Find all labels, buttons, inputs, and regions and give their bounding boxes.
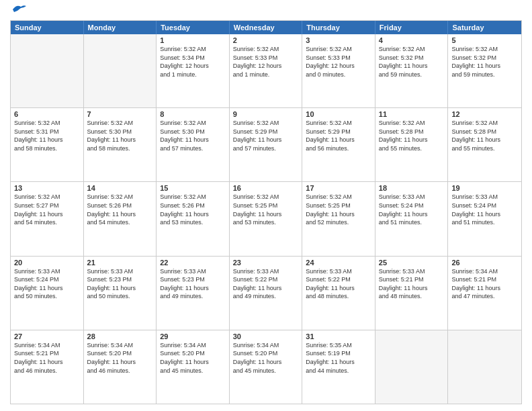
calendar-cell: 1Sunrise: 5:32 AM Sunset: 5:34 PM Daylig… xyxy=(157,34,230,107)
day-number: 2 xyxy=(233,36,299,44)
day-number: 28 xyxy=(87,332,153,340)
day-info: Sunrise: 5:32 AM Sunset: 5:28 PM Dayligh… xyxy=(379,119,445,152)
calendar-cell xyxy=(84,34,157,107)
logo-bird-icon xyxy=(11,4,26,15)
calendar-cell: 15Sunrise: 5:32 AM Sunset: 5:26 PM Dayli… xyxy=(157,182,230,255)
calendar: SundayMondayTuesdayWednesdayThursdayFrid… xyxy=(10,20,522,404)
calendar-cell: 28Sunrise: 5:34 AM Sunset: 5:20 PM Dayli… xyxy=(84,330,157,404)
day-number: 18 xyxy=(379,184,445,192)
day-info: Sunrise: 5:32 AM Sunset: 5:33 PM Dayligh… xyxy=(233,45,299,79)
calendar-cell: 24Sunrise: 5:33 AM Sunset: 5:22 PM Dayli… xyxy=(302,257,375,330)
day-info: Sunrise: 5:34 AM Sunset: 5:20 PM Dayligh… xyxy=(233,341,299,375)
calendar-cell: 13Sunrise: 5:32 AM Sunset: 5:27 PM Dayli… xyxy=(11,182,84,255)
day-number: 21 xyxy=(87,259,153,267)
day-info: Sunrise: 5:32 AM Sunset: 5:32 PM Dayligh… xyxy=(451,45,518,79)
day-number: 12 xyxy=(451,110,518,118)
calendar-row-5: 27Sunrise: 5:34 AM Sunset: 5:21 PM Dayli… xyxy=(11,330,521,404)
day-info: Sunrise: 5:32 AM Sunset: 5:28 PM Dayligh… xyxy=(451,119,518,152)
calendar-header: SundayMondayTuesdayWednesdayThursdayFrid… xyxy=(11,21,521,34)
day-number: 1 xyxy=(160,36,226,44)
day-number: 24 xyxy=(306,259,371,267)
day-number: 8 xyxy=(160,110,226,118)
day-info: Sunrise: 5:33 AM Sunset: 5:24 PM Dayligh… xyxy=(379,193,445,226)
day-number: 20 xyxy=(14,259,80,267)
calendar-cell: 29Sunrise: 5:34 AM Sunset: 5:20 PM Dayli… xyxy=(157,330,230,404)
day-number: 13 xyxy=(14,184,80,192)
calendar-cell: 27Sunrise: 5:34 AM Sunset: 5:21 PM Dayli… xyxy=(11,330,84,404)
calendar-cell: 26Sunrise: 5:34 AM Sunset: 5:21 PM Dayli… xyxy=(448,257,521,330)
day-info: Sunrise: 5:32 AM Sunset: 5:34 PM Dayligh… xyxy=(160,45,226,79)
weekday-header-sunday: Sunday xyxy=(11,21,84,34)
calendar-cell: 5Sunrise: 5:32 AM Sunset: 5:32 PM Daylig… xyxy=(448,34,521,107)
page: SundayMondayTuesdayWednesdayThursdayFrid… xyxy=(0,0,532,411)
calendar-cell: 14Sunrise: 5:32 AM Sunset: 5:26 PM Dayli… xyxy=(84,182,157,255)
calendar-cell: 22Sunrise: 5:33 AM Sunset: 5:23 PM Dayli… xyxy=(157,257,230,330)
calendar-cell: 19Sunrise: 5:33 AM Sunset: 5:24 PM Dayli… xyxy=(448,182,521,255)
day-number: 6 xyxy=(14,110,80,118)
day-number: 31 xyxy=(306,332,371,340)
calendar-row-1: 1Sunrise: 5:32 AM Sunset: 5:34 PM Daylig… xyxy=(11,34,521,107)
day-info: Sunrise: 5:32 AM Sunset: 5:26 PM Dayligh… xyxy=(160,193,226,226)
day-number: 17 xyxy=(306,184,371,192)
weekday-header-tuesday: Tuesday xyxy=(157,21,230,34)
calendar-cell: 10Sunrise: 5:32 AM Sunset: 5:29 PM Dayli… xyxy=(302,108,375,181)
weekday-header-friday: Friday xyxy=(375,21,449,34)
calendar-row-2: 6Sunrise: 5:32 AM Sunset: 5:31 PM Daylig… xyxy=(11,107,521,181)
day-info: Sunrise: 5:32 AM Sunset: 5:27 PM Dayligh… xyxy=(14,193,80,226)
calendar-row-3: 13Sunrise: 5:32 AM Sunset: 5:27 PM Dayli… xyxy=(11,181,521,255)
day-number: 9 xyxy=(233,110,299,118)
day-number: 16 xyxy=(233,184,299,192)
weekday-header-saturday: Saturday xyxy=(448,21,521,34)
calendar-cell xyxy=(375,330,449,404)
day-info: Sunrise: 5:33 AM Sunset: 5:23 PM Dayligh… xyxy=(87,267,153,301)
day-info: Sunrise: 5:33 AM Sunset: 5:21 PM Dayligh… xyxy=(379,267,445,301)
calendar-body: 1Sunrise: 5:32 AM Sunset: 5:34 PM Daylig… xyxy=(11,34,521,404)
calendar-cell: 6Sunrise: 5:32 AM Sunset: 5:31 PM Daylig… xyxy=(11,108,84,181)
calendar-cell: 11Sunrise: 5:32 AM Sunset: 5:28 PM Dayli… xyxy=(375,108,449,181)
day-number: 4 xyxy=(379,36,445,44)
calendar-cell: 20Sunrise: 5:33 AM Sunset: 5:24 PM Dayli… xyxy=(11,257,84,330)
day-number: 26 xyxy=(451,259,518,267)
calendar-cell: 18Sunrise: 5:33 AM Sunset: 5:24 PM Dayli… xyxy=(375,182,449,255)
day-info: Sunrise: 5:32 AM Sunset: 5:30 PM Dayligh… xyxy=(87,119,153,152)
day-info: Sunrise: 5:33 AM Sunset: 5:22 PM Dayligh… xyxy=(233,267,299,301)
calendar-cell xyxy=(11,34,84,107)
calendar-cell: 2Sunrise: 5:32 AM Sunset: 5:33 PM Daylig… xyxy=(230,34,303,107)
day-number: 27 xyxy=(14,332,80,340)
day-info: Sunrise: 5:32 AM Sunset: 5:30 PM Dayligh… xyxy=(160,119,226,152)
calendar-row-4: 20Sunrise: 5:33 AM Sunset: 5:24 PM Dayli… xyxy=(11,256,521,330)
day-info: Sunrise: 5:32 AM Sunset: 5:29 PM Dayligh… xyxy=(306,119,371,152)
day-info: Sunrise: 5:34 AM Sunset: 5:20 PM Dayligh… xyxy=(87,341,153,375)
logo xyxy=(10,7,26,15)
day-info: Sunrise: 5:33 AM Sunset: 5:24 PM Dayligh… xyxy=(14,267,80,301)
calendar-cell: 9Sunrise: 5:32 AM Sunset: 5:29 PM Daylig… xyxy=(230,108,303,181)
weekday-header-thursday: Thursday xyxy=(302,21,375,34)
day-info: Sunrise: 5:34 AM Sunset: 5:20 PM Dayligh… xyxy=(160,341,226,375)
calendar-cell: 30Sunrise: 5:34 AM Sunset: 5:20 PM Dayli… xyxy=(230,330,303,404)
day-info: Sunrise: 5:32 AM Sunset: 5:25 PM Dayligh… xyxy=(306,193,371,226)
day-info: Sunrise: 5:34 AM Sunset: 5:21 PM Dayligh… xyxy=(451,267,518,301)
day-number: 11 xyxy=(379,110,445,118)
day-info: Sunrise: 5:32 AM Sunset: 5:31 PM Dayligh… xyxy=(14,119,80,152)
day-number: 7 xyxy=(87,110,153,118)
day-number: 23 xyxy=(233,259,299,267)
calendar-cell: 17Sunrise: 5:32 AM Sunset: 5:25 PM Dayli… xyxy=(302,182,375,255)
day-number: 15 xyxy=(160,184,226,192)
calendar-cell: 4Sunrise: 5:32 AM Sunset: 5:32 PM Daylig… xyxy=(375,34,449,107)
calendar-cell: 31Sunrise: 5:35 AM Sunset: 5:19 PM Dayli… xyxy=(302,330,375,404)
calendar-cell: 12Sunrise: 5:32 AM Sunset: 5:28 PM Dayli… xyxy=(448,108,521,181)
day-info: Sunrise: 5:32 AM Sunset: 5:25 PM Dayligh… xyxy=(233,193,299,226)
day-number: 5 xyxy=(451,36,518,44)
day-number: 29 xyxy=(160,332,226,340)
calendar-cell: 16Sunrise: 5:32 AM Sunset: 5:25 PM Dayli… xyxy=(230,182,303,255)
calendar-cell: 8Sunrise: 5:32 AM Sunset: 5:30 PM Daylig… xyxy=(157,108,230,181)
day-info: Sunrise: 5:32 AM Sunset: 5:33 PM Dayligh… xyxy=(306,45,371,79)
day-info: Sunrise: 5:33 AM Sunset: 5:24 PM Dayligh… xyxy=(451,193,518,226)
day-number: 19 xyxy=(451,184,518,192)
day-info: Sunrise: 5:32 AM Sunset: 5:26 PM Dayligh… xyxy=(87,193,153,226)
calendar-cell: 25Sunrise: 5:33 AM Sunset: 5:21 PM Dayli… xyxy=(375,257,449,330)
day-info: Sunrise: 5:33 AM Sunset: 5:23 PM Dayligh… xyxy=(160,267,226,301)
calendar-cell xyxy=(448,330,521,404)
calendar-cell: 21Sunrise: 5:33 AM Sunset: 5:23 PM Dayli… xyxy=(84,257,157,330)
day-info: Sunrise: 5:32 AM Sunset: 5:32 PM Dayligh… xyxy=(379,45,445,79)
